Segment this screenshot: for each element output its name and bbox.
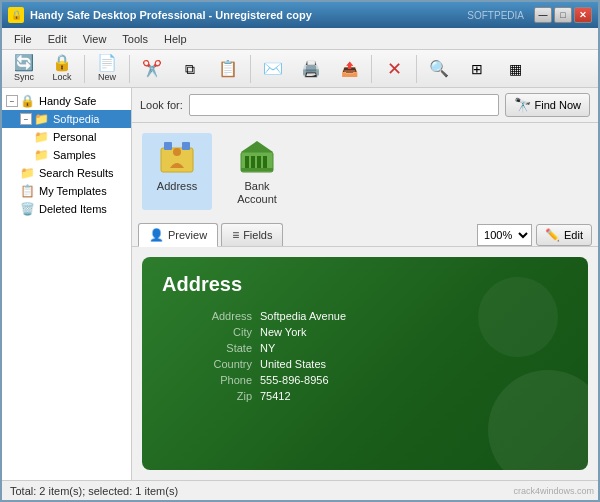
window-controls: — □ ✕ [534,7,592,23]
folder-icon-personal: 📁 [34,130,50,144]
menu-tools[interactable]: Tools [114,31,156,47]
paste-button[interactable]: 📋 [210,53,246,85]
sync-label: Sync [14,72,34,82]
close-button[interactable]: ✕ [574,7,592,23]
search-button[interactable]: 🔍 [421,53,457,85]
content-panel: Look for: 🔭 Find Now [132,88,598,480]
field-value-phone: 555-896-8956 [260,374,568,386]
app-icon: 🔒 [8,7,24,23]
copy-button[interactable]: ⧉ [172,53,208,85]
export-button[interactable]: 📤 [331,53,367,85]
watermark-text: SOFTPEDIA [467,10,524,21]
delete-button[interactable]: ✕ [376,53,412,85]
sidebar-label-search: Search Results [39,167,114,179]
bank-label: Bank Account [237,180,277,206]
menu-file[interactable]: File [6,31,40,47]
print-button[interactable]: 🖨️ [293,53,329,85]
field-value-address: Softpedia Avenue [260,310,568,322]
find-now-button[interactable]: 🔭 Find Now [505,93,590,117]
root-icon: 🔒 [20,94,36,108]
search-bar: Look for: 🔭 Find Now [132,88,598,123]
edit-button[interactable]: ✏️ Edit [536,224,592,246]
status-text: Total: 2 item(s); selected: 1 item(s) [10,485,178,497]
field-value-city: New York [260,326,568,338]
expand-icon[interactable]: − [6,95,18,107]
menu-help[interactable]: Help [156,31,195,47]
lock-icon: 🔒 [52,55,72,71]
fields-label: Fields [243,229,272,241]
root-label: Handy Safe [39,95,96,107]
sidebar-label-samples: Samples [53,149,96,161]
lock-label: Lock [52,72,71,82]
folder-icon-softpedia: 📁 [34,112,50,126]
address-label: Address [157,180,197,193]
sidebar-item-search[interactable]: 📁 Search Results [2,164,131,182]
maximize-button[interactable]: □ [554,7,572,23]
sync-button[interactable]: 🔄 Sync [6,53,42,85]
field-value-state: NY [260,342,568,354]
binoculars-icon: 🔭 [514,97,531,113]
expand-icon-softpedia[interactable]: − [20,113,32,125]
field-value-zip: 75412 [260,390,568,402]
edit-label: Edit [564,229,583,241]
sidebar-item-deleted[interactable]: 🗑️ Deleted Items [2,200,131,218]
tab-preview[interactable]: 👤 Preview [138,223,218,247]
new-icon: 📄 [97,55,117,71]
tab-fields[interactable]: ≡ Fields [221,223,283,246]
separator-1 [84,55,85,83]
card-title: Address [162,273,568,296]
sidebar-item-templates[interactable]: 📋 My Templates [2,182,131,200]
svg-rect-9 [263,156,267,168]
minimize-button[interactable]: — [534,7,552,23]
svg-rect-8 [257,156,261,168]
preview-section: 👤 Preview ≡ Fields 100% 50% 75% 125% [132,220,598,480]
separator-5 [416,55,417,83]
new-button[interactable]: 📄 New [89,53,125,85]
main-area: − 🔒 Handy Safe − 📁 Softpedia 📁 Personal [2,88,598,480]
cut-button[interactable]: ✂️ [134,53,170,85]
search-icon: 🔍 [429,61,449,77]
sidebar-label-personal: Personal [53,131,96,143]
preview-label: Preview [168,229,207,241]
svg-rect-10 [241,168,273,171]
status-bar: Total: 2 item(s); selected: 1 item(s) [2,480,598,500]
more-button[interactable]: ▦ [497,53,533,85]
folder-icon-search: 📁 [20,166,36,180]
bank-icon [237,137,277,177]
separator-3 [250,55,251,83]
preview-tabs: 👤 Preview ≡ Fields 100% 50% 75% 125% [132,220,598,247]
svg-marker-5 [241,141,273,152]
sidebar-label-templates: My Templates [39,185,107,197]
separator-4 [371,55,372,83]
zoom-select[interactable]: 100% 50% 75% 125% 150% [477,224,532,246]
paste-icon: 📋 [218,61,238,77]
print-icon: 🖨️ [301,61,321,77]
email-button[interactable]: ✉️ [255,53,291,85]
more-icon: ▦ [509,62,522,76]
menu-view[interactable]: View [75,31,115,47]
find-now-label: Find Now [535,99,581,111]
view-button[interactable]: ⊞ [459,53,495,85]
address-icon [157,137,197,177]
export-icon: 📤 [341,62,358,76]
sidebar: − 🔒 Handy Safe − 📁 Softpedia 📁 Personal [2,88,132,480]
templates-icon: 📋 [20,184,36,198]
view-icon: ⊞ [471,62,483,76]
new-label: New [98,72,116,82]
preview-content: Address Address Softpedia Avenue City Ne… [132,247,598,480]
lock-button[interactable]: 🔒 Lock [44,53,80,85]
sidebar-item-personal[interactable]: 📁 Personal [2,128,131,146]
field-label-country: Country [162,358,252,370]
field-label-address: Address [162,310,252,322]
grid-item-address[interactable]: Address [142,133,212,210]
card-fields: Address Softpedia Avenue City New York S… [162,310,568,402]
edit-icon: ✏️ [545,228,560,242]
cut-icon: ✂️ [142,61,162,77]
grid-item-bank[interactable]: Bank Account [222,133,292,210]
sync-icon: 🔄 [14,55,34,71]
search-input[interactable] [189,94,499,116]
sidebar-item-root[interactable]: − 🔒 Handy Safe [2,92,131,110]
sidebar-item-samples[interactable]: 📁 Samples [2,146,131,164]
menu-edit[interactable]: Edit [40,31,75,47]
sidebar-item-softpedia[interactable]: − 📁 Softpedia [2,110,131,128]
